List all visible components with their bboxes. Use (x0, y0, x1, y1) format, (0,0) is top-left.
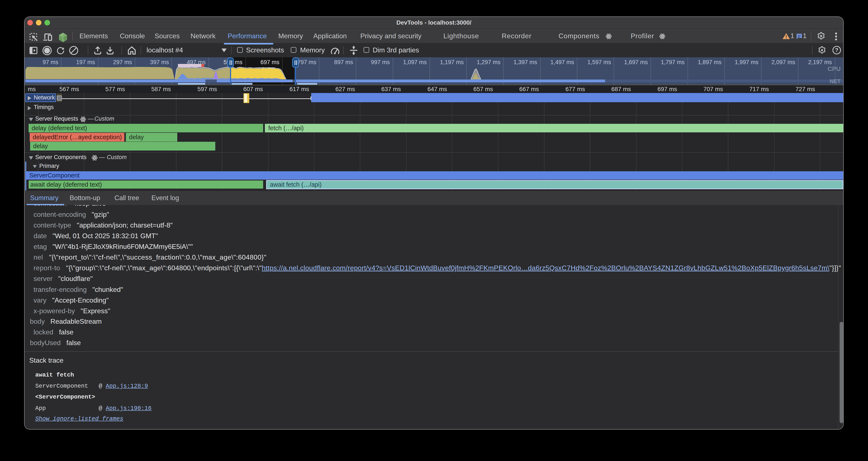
svg-text:?: ? (835, 47, 839, 53)
